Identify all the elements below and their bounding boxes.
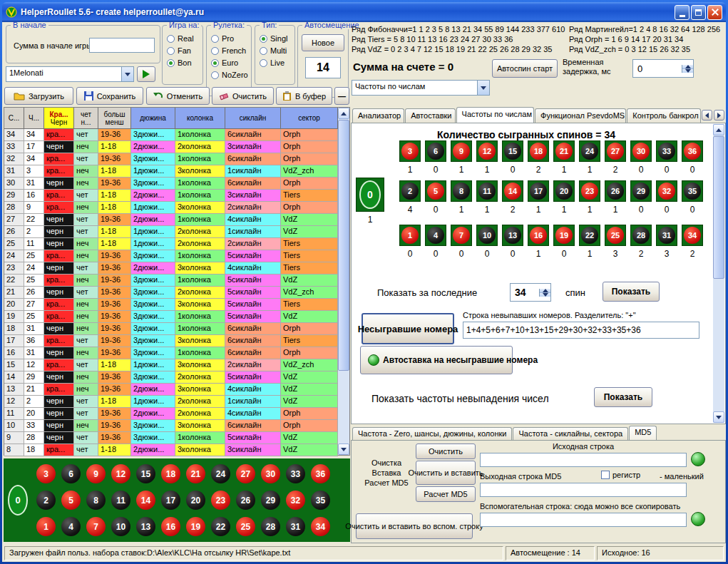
autospin-start-button[interactable]: Автоспин старт: [492, 59, 558, 78]
panel-scrollbar[interactable]: [713, 124, 724, 423]
column-header[interactable]: Кра...Черн: [44, 108, 74, 129]
column-header[interactable]: С...: [4, 108, 24, 129]
tab-2[interactable]: Частоты по числам: [456, 107, 534, 123]
table-row[interactable]: 3434кра...чет19-363дюжи...1колонка6сикла…: [4, 129, 338, 141]
table-row[interactable]: 2511черннеч1-181дюжи...2колонка2сиклайнT…: [4, 238, 338, 250]
board-number-0[interactable]: 0: [8, 485, 28, 516]
board-number-3[interactable]: 3: [34, 462, 58, 486]
board-number-33[interactable]: 33: [283, 462, 308, 486]
table-row[interactable]: 1631черннеч19-363дюжи...1колонка6сиклайн…: [4, 347, 338, 359]
board-number-20[interactable]: 20: [183, 488, 208, 512]
board-number-4[interactable]: 4: [58, 515, 83, 538]
board-number-7[interactable]: 7: [83, 515, 108, 538]
board-number-18[interactable]: 18: [158, 462, 183, 486]
table-row[interactable]: 1429черннеч19-363дюжи...2колонка5сиклайн…: [4, 371, 338, 384]
missed-numbers-input[interactable]: [463, 322, 699, 339]
table-scrollbar[interactable]: [338, 108, 349, 455]
column-header[interactable]: дюжина: [131, 108, 175, 129]
board-number-34[interactable]: 34: [308, 515, 333, 538]
chevron-down-icon[interactable]: [121, 67, 133, 81]
tab-0[interactable]: Анализатор: [352, 108, 404, 123]
board-number-30[interactable]: 30: [258, 462, 283, 486]
radio-live[interactable]: Live: [260, 58, 293, 67]
play-button[interactable]: [137, 66, 155, 82]
board-number-22[interactable]: 22: [208, 515, 233, 538]
table-row[interactable]: 2027кра...неч19-363дюжи...3колонка5сикла…: [4, 299, 338, 311]
board-number-36[interactable]: 36: [308, 462, 333, 486]
board-number-17[interactable]: 17: [158, 488, 183, 512]
board-number-26[interactable]: 26: [233, 488, 258, 512]
scroll-up-icon[interactable]: [338, 108, 349, 119]
minimize-button[interactable]: [675, 5, 689, 20]
close-button[interactable]: [707, 5, 722, 20]
table-row[interactable]: 2126чернчет19-363дюжи...2колонка5сиклайн…: [4, 287, 338, 299]
table-row[interactable]: 2722чернчет19-362дюжи...1колонка4сиклайн…: [4, 214, 338, 226]
aux-string-input[interactable]: [480, 513, 687, 527]
md5-clear-paste-button[interactable]: Очистить и вставить: [416, 461, 476, 485]
undo-button[interactable]: Отменить: [146, 87, 210, 105]
tab-scroll-right-icon[interactable]: [714, 110, 724, 121]
table-row[interactable]: 122чернчет1-181дюжи...2колонка1сиклайнVd…: [4, 396, 338, 408]
source-string-input[interactable]: [480, 453, 687, 467]
board-number-16[interactable]: 16: [158, 515, 183, 538]
board-number-6[interactable]: 6: [58, 462, 83, 486]
board-number-15[interactable]: 15: [133, 462, 158, 486]
save-button[interactable]: Сохранить: [76, 87, 143, 105]
column-header[interactable]: четн...: [74, 108, 98, 129]
table-row[interactable]: 1321кра...неч19-362дюжи...3колонка4сикла…: [4, 384, 338, 396]
md5-calc-button[interactable]: Расчет MD5: [416, 486, 476, 502]
tab-0[interactable]: Частота - Zero, шансы, дюжины, колонки: [352, 427, 512, 440]
preset-combobox[interactable]: 1Melonati: [6, 66, 134, 82]
frequency-combobox[interactable]: Частоты по числам: [352, 80, 490, 96]
tab-3[interactable]: Функционал PsevdoMS: [535, 108, 626, 123]
table-row[interactable]: 3031черннеч19-363дюжи...1колонка6сиклайн…: [4, 178, 338, 190]
board-number-13[interactable]: 13: [133, 515, 158, 538]
table-row[interactable]: 818кра...чет1-182дюжи...3колонка3сиклайн…: [4, 444, 338, 456]
tab-scroll-left-icon[interactable]: [702, 110, 712, 121]
table-row[interactable]: 2425кра...неч19-363дюжи...1колонка5сикла…: [4, 250, 338, 262]
spin-down-icon[interactable]: [682, 69, 693, 73]
md5-clear-paste-aux-button[interactable]: Очистить и вставить во вспом. строку: [356, 513, 473, 539]
table-row[interactable]: 2324чернчет19-362дюжи...3колонка4сиклайн…: [4, 262, 338, 275]
board-number-21[interactable]: 21: [183, 462, 208, 486]
clear-button[interactable]: Очистить: [212, 87, 274, 105]
md5-clear-button[interactable]: Очистить: [416, 443, 476, 459]
table-row[interactable]: 1120чернчет19-362дюжи...2колонка4сиклайн…: [4, 408, 338, 420]
table-row[interactable]: 3234кра...чет19-363дюжи...1колонка6сикла…: [4, 153, 338, 165]
table-row[interactable]: 3317черннеч1-182дюжи...2колонка3сиклайнO…: [4, 141, 338, 153]
table-row[interactable]: 262чернчет1-181дюжи...2колонка1сиклайнVd…: [4, 226, 338, 238]
register-checkbox-row[interactable]: регистр: [601, 471, 640, 479]
board-number-23[interactable]: 23: [208, 488, 233, 512]
radio-multi[interactable]: Multi: [260, 46, 293, 55]
paste-source-button[interactable]: [691, 452, 705, 466]
chevron-down-icon[interactable]: [477, 81, 489, 95]
radio-singl[interactable]: Singl: [260, 34, 293, 43]
start-sum-input[interactable]: [89, 38, 155, 53]
scroll-down-icon[interactable]: [338, 443, 349, 455]
radio-pro[interactable]: Pro: [211, 34, 250, 43]
show-last-spinner[interactable]: 34: [510, 283, 551, 302]
table-row[interactable]: 1736кра...чет19-363дюжи...3колонка6сикла…: [4, 335, 338, 347]
output-string-input[interactable]: [480, 483, 687, 497]
board-number-32[interactable]: 32: [283, 488, 308, 512]
missed-numbers-button[interactable]: Несыгравшие номера: [362, 313, 454, 344]
paste-aux-button[interactable]: [691, 512, 705, 526]
column-header[interactable]: колонка: [175, 108, 225, 129]
scrollbar-thumb[interactable]: [713, 136, 724, 279]
column-header[interactable]: большменш: [98, 108, 131, 129]
tab-4[interactable]: Контроль банкрол: [627, 108, 701, 123]
board-number-31[interactable]: 31: [283, 515, 308, 538]
board-number-10[interactable]: 10: [108, 515, 133, 538]
table-row[interactable]: 2225кра...неч19-363дюжи...1колонка5сикла…: [4, 275, 338, 287]
column-header[interactable]: сектор: [281, 108, 338, 129]
radio-euro[interactable]: Euro: [211, 58, 250, 67]
spinner-arrows[interactable]: [682, 65, 693, 73]
table-row[interactable]: 1831черннеч19-363дюжи...1колонка6сиклайн…: [4, 323, 338, 335]
radio-bon[interactable]: Bon: [167, 58, 201, 67]
minus-button[interactable]: —: [334, 87, 349, 105]
maximize-button[interactable]: [691, 5, 706, 20]
board-number-29[interactable]: 29: [258, 488, 283, 512]
board-number-27[interactable]: 27: [233, 462, 258, 486]
board-number-1[interactable]: 1: [34, 515, 58, 538]
board-number-5[interactable]: 5: [58, 488, 83, 512]
